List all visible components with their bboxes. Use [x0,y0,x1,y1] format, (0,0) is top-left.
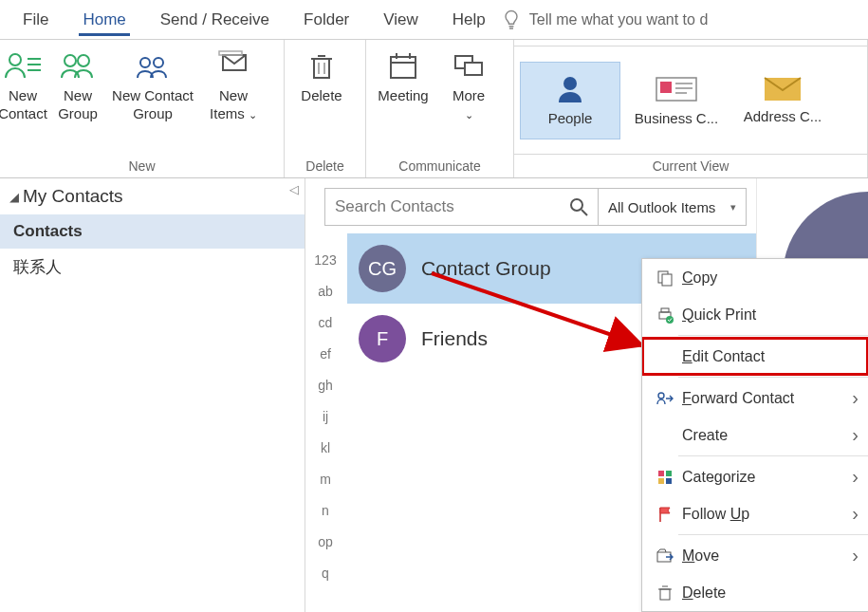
az-op[interactable]: op [311,527,340,558]
chevron-down-icon: ⌄ [249,109,257,121]
tell-me-search[interactable]: Tell me what you want to d [503,9,868,30]
svg-rect-15 [391,57,416,78]
sidebar-heading-label: My Contacts [23,186,123,207]
tab-help[interactable]: Help [435,0,503,40]
ctx-delete-label: DeleteDelete [682,584,726,602]
ctx-copy-label: CCopyopy [682,269,717,287]
group-label-communicate: Communicate [366,155,513,177]
ctx-follow-up[interactable]: Follow UpFollow Up [642,495,868,532]
ctx-create[interactable]: Create [642,417,868,454]
az-kl[interactable]: kl [311,433,340,464]
svg-point-6 [140,58,150,67]
az-n[interactable]: n [311,495,340,527]
az-cd[interactable]: cd [311,307,340,339]
svg-rect-9 [219,51,242,55]
ctx-copy[interactable]: CCopyopy [642,259,868,296]
person-lines-icon [3,46,43,85]
calendar-icon [387,46,419,85]
speech-bubbles-icon [452,46,485,85]
delete-button[interactable]: Delete [285,46,359,105]
people-group-icon [134,46,172,85]
az-m[interactable]: m [311,464,340,495]
az-123[interactable]: 123 [311,245,340,276]
view-address-card[interactable]: Address C... [732,62,833,139]
tab-send-receive[interactable]: Send / Receive [143,0,286,40]
collapse-caret-icon[interactable]: ◁ [289,182,299,196]
tab-folder[interactable]: Folder [286,0,366,40]
view-people-label: People [548,110,593,126]
meeting-button[interactable]: Meeting [366,46,440,105]
view-address-label: Address C... [744,108,822,124]
az-ef[interactable]: ef [311,339,340,370]
search-scope-dropdown[interactable]: All Outlook Items ▾ [599,188,747,226]
trash-icon [307,46,336,85]
tab-file[interactable]: File [6,0,65,40]
svg-point-0 [9,54,21,65]
tell-me-text: Tell me what you want to d [529,11,709,28]
az-index: 123 ab cd ef gh ij kl m n op q [311,245,340,589]
svg-point-28 [571,199,582,211]
svg-rect-32 [662,274,672,286]
ctx-edit-contact[interactable]: Edit ContactEdit Contact [642,338,868,375]
svg-rect-39 [658,478,664,484]
ctx-forward-contact[interactable]: Forward ContactForward Contact [642,380,868,417]
separator [678,335,868,336]
person-solid-icon [556,74,584,104]
svg-rect-42 [660,589,670,600]
svg-rect-20 [465,63,482,75]
tab-home[interactable]: Home [65,0,142,40]
copy-icon [652,269,678,287]
svg-point-7 [154,58,163,67]
svg-rect-37 [658,471,664,476]
new-items-button[interactable]: New Items ⌄ [199,46,268,123]
categories-icon [652,470,678,485]
svg-point-35 [666,316,674,324]
separator [678,377,868,378]
svg-rect-38 [666,471,672,476]
avatar: CG [359,245,406,292]
az-q[interactable]: q [311,558,340,589]
ctx-categorize-label: CategorizeCategorize [682,469,755,486]
sidebar-item-contacts-cn[interactable]: 联系人 [0,249,305,286]
envelope-solid-icon [763,76,803,102]
context-menu: CCopyopy Quick PrintQuick Print Edit Con… [641,258,868,612]
meeting-label: Meeting [378,87,428,105]
lightbulb-icon [503,9,520,30]
ribbon-group-delete: Delete Delete [285,40,366,177]
sidebar: ◁ ◢ My Contacts Contacts 联系人 [0,178,305,612]
separator [678,455,868,456]
view-people[interactable]: People [520,62,620,139]
ctx-follow-up-label: Follow UpFollow Up [682,506,749,523]
svg-line-29 [582,210,587,215]
svg-point-4 [65,55,76,66]
triangle-down-icon: ◢ [9,190,19,204]
svg-rect-34 [661,308,669,312]
tab-view[interactable]: View [366,0,435,40]
business-card-icon [655,74,698,104]
new-group-label: New Group [55,87,101,123]
delete-label: Delete [301,87,342,105]
view-business-label: Business C... [635,110,718,126]
ctx-move[interactable]: MoveMove [642,537,868,574]
sidebar-heading[interactable]: ◢ My Contacts [0,178,305,214]
new-contact-group-button[interactable]: New Contact Group [106,46,199,123]
search-scope-label: All Outlook Items [608,199,715,215]
view-business-card[interactable]: Business C... [626,62,727,139]
new-group-button[interactable]: New Group [49,46,106,123]
ctx-quick-print[interactable]: Quick PrintQuick Print [642,296,868,333]
menu-tabs: File Home Send / Receive Folder View Hel… [0,0,868,40]
az-ab[interactable]: ab [311,276,340,307]
new-contact-button[interactable]: New Contact [0,46,49,123]
ctx-delete[interactable]: DeleteDelete [642,574,868,611]
more-button[interactable]: More⌄ [440,46,497,123]
group-label-new: New [0,155,284,177]
az-ij[interactable]: ij [311,401,340,433]
ctx-forward-contact-label: Forward ContactForward Contact [682,390,794,407]
sidebar-item-contacts[interactable]: Contacts [0,214,305,249]
flag-icon [652,506,678,523]
search-input[interactable]: Search Contacts [324,188,599,226]
separator [678,534,868,535]
avatar: F [359,315,406,362]
az-gh[interactable]: gh [311,370,340,401]
ctx-categorize[interactable]: CategorizeCategorize [642,458,868,495]
